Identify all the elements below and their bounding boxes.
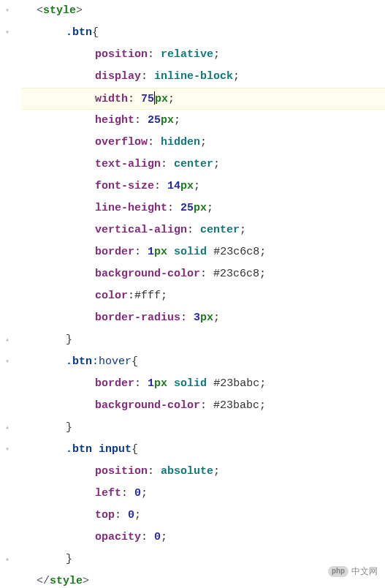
watermark-text: 中文网 [351, 565, 378, 578]
code-line[interactable]: background-color: #23babc; [22, 395, 385, 417]
code-line[interactable]: .btn{ [22, 22, 385, 44]
code-line[interactable]: top: 0; [22, 505, 385, 527]
watermark: php 中文网 [328, 565, 378, 578]
code-line[interactable]: } [22, 417, 385, 439]
code-line[interactable]: .btn:hover{ [22, 351, 385, 373]
code-line[interactable]: position: absolute; [22, 461, 385, 483]
php-badge: php [328, 566, 348, 577]
code-editor: ▾ ▾ ▴ ▾ ▴ ▾ ▴ <style> .btn{ position: re… [0, 0, 385, 588]
fold-icon[interactable]: ▾ [3, 7, 12, 15]
code-line[interactable]: opacity: 0; [22, 527, 385, 549]
code-line[interactable]: display: inline-block; [22, 66, 385, 88]
fold-icon[interactable]: ▴ [3, 555, 12, 564]
fold-icon[interactable]: ▾ [3, 358, 12, 366]
code-line[interactable]: } [22, 329, 385, 351]
code-line[interactable]: border-radius: 3px; [22, 307, 385, 329]
fold-icon[interactable]: ▾ [3, 29, 12, 37]
code-line[interactable]: border: 1px solid #23c6c8; [22, 241, 385, 263]
code-line[interactable]: overflow: hidden; [22, 132, 385, 154]
code-line[interactable]: vertical-align: center; [22, 219, 385, 241]
fold-icon[interactable]: ▴ [3, 336, 12, 344]
gutter: ▾ ▾ ▴ ▾ ▴ ▾ ▴ [0, 0, 15, 588]
code-line[interactable]: background-color: #23c6c8; [22, 263, 385, 285]
code-line[interactable]: font-size: 14px; [22, 176, 385, 197]
code-line-active[interactable]: width: 75px; [22, 88, 385, 110]
code-line[interactable]: color:#fff; [22, 285, 385, 307]
code-line[interactable]: border: 1px solid #23babc; [22, 373, 385, 395]
code-line[interactable]: line-height: 25px; [22, 197, 385, 219]
code-line[interactable]: <style> [22, 0, 385, 22]
code-line[interactable]: position: relative; [22, 44, 385, 66]
code-line[interactable]: .btn input{ [22, 439, 385, 461]
code-line[interactable]: text-align: center; [22, 154, 385, 176]
fold-icon[interactable]: ▴ [3, 423, 12, 432]
code-line[interactable]: height: 25px; [22, 110, 385, 132]
code-line[interactable]: left: 0; [22, 483, 385, 505]
fold-icon[interactable]: ▾ [3, 445, 12, 454]
